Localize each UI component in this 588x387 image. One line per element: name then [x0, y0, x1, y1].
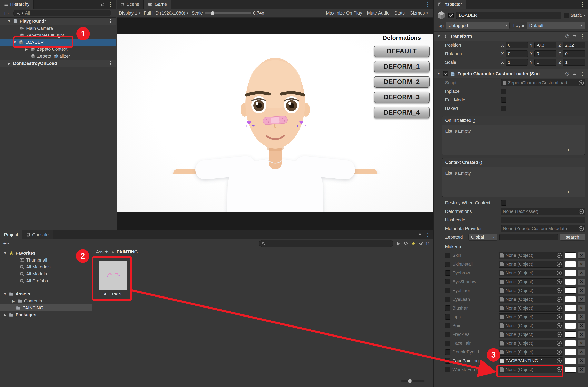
object-picker-icon[interactable]	[579, 80, 584, 85]
deform-button-3[interactable]: DEFORM_3	[374, 91, 430, 103]
search-button[interactable]: search	[560, 234, 585, 241]
position-z-field[interactable]: 2.32	[563, 42, 585, 48]
makeup-object-field[interactable]: None (Object)	[499, 305, 563, 312]
mute-audio-button[interactable]: Mute Audio	[367, 10, 390, 16]
makeup-object-field[interactable]: None (Object)	[499, 296, 563, 303]
object-picker-icon[interactable]	[557, 297, 562, 302]
color-swatch[interactable]	[565, 366, 576, 373]
hierarchy-item-zepeto-default-light[interactable]: ZepetoDefaultLight	[0, 32, 116, 39]
transform-component-header[interactable]: ▼ Transform ⋮	[434, 31, 588, 41]
color-swatch[interactable]	[565, 270, 576, 276]
color-swatch[interactable]	[565, 305, 576, 311]
scale-slider[interactable]	[205, 12, 252, 14]
makeup-object-field[interactable]: None (Object)	[499, 314, 563, 320]
metadata-object-field[interactable]: None (Zepeto Custom Metadata	[501, 225, 585, 232]
deformations-object-field[interactable]: None (Text Asset)	[501, 208, 585, 215]
lock-icon[interactable]	[418, 233, 422, 237]
tab-hierarchy[interactable]: Hierarchy	[0, 0, 34, 9]
hidden-count-toggle[interactable]: 11	[419, 241, 431, 246]
remove-event-button[interactable]: −	[573, 189, 583, 195]
hashcode-field[interactable]	[501, 217, 585, 223]
position-y-field[interactable]: -0.3	[534, 42, 556, 48]
project-search-input[interactable]	[259, 240, 393, 247]
hierarchy-search-input[interactable]: ▾ All	[13, 10, 111, 16]
makeup-checkbox[interactable]	[445, 314, 450, 319]
foldout-open-icon[interactable]: ▼	[13, 41, 17, 44]
makeup-checkbox[interactable]	[445, 253, 450, 258]
makeup-object-field[interactable]: None (Object)	[499, 322, 563, 329]
baked-checkbox[interactable]	[501, 106, 506, 111]
help-icon[interactable]	[565, 34, 569, 38]
favorite-item-all-models[interactable]: All Models	[0, 271, 92, 277]
facepainting-object-field[interactable]: FACEPAINTING_1	[499, 357, 563, 364]
object-picker-icon[interactable]	[579, 226, 584, 231]
object-name-field[interactable]: LOADER	[456, 12, 561, 19]
favorite-item-all-materials[interactable]: All Materials	[0, 264, 92, 271]
packages-root[interactable]: ▶ Packages	[0, 311, 92, 318]
makeup-object-field[interactable]: None (Object)	[499, 331, 563, 338]
create-asset-button[interactable]: +▾	[2, 240, 10, 247]
makeup-checkbox[interactable]	[445, 323, 450, 328]
clear-button[interactable]: ×	[578, 322, 585, 329]
loader-component-header[interactable]: ▼ Zepeto Character Custom Loader (Scri ⋮	[434, 69, 588, 78]
script-object-field[interactable]: ZepetoCharacterCustomLoad	[501, 79, 585, 86]
makeup-object-field[interactable]: None (Object)	[499, 340, 563, 347]
component-enabled-checkbox[interactable]	[443, 71, 448, 76]
search-by-label-icon[interactable]	[404, 242, 408, 246]
object-picker-icon[interactable]	[557, 341, 562, 346]
color-swatch[interactable]	[565, 314, 576, 320]
makeup-object-field[interactable]: None (Object)	[499, 349, 563, 356]
clear-button[interactable]: ×	[578, 261, 585, 268]
object-picker-icon[interactable]	[557, 253, 562, 258]
foldout-closed-icon[interactable]: ▶	[24, 47, 29, 51]
hierarchy-item-main-camera[interactable]: Main Camera	[0, 25, 116, 32]
favorite-item-thumbnail[interactable]: Thumbnail	[0, 257, 92, 264]
object-picker-icon[interactable]	[579, 209, 584, 214]
position-x-field[interactable]: 0	[506, 42, 528, 48]
tab-project[interactable]: Project	[0, 230, 22, 239]
folder-painting[interactable]: PAINTING	[0, 304, 92, 311]
color-swatch[interactable]	[565, 349, 576, 355]
color-swatch[interactable]	[565, 279, 576, 285]
clear-button[interactable]: ×	[578, 358, 585, 364]
object-picker-icon[interactable]	[557, 279, 562, 284]
add-event-button[interactable]: +	[564, 189, 573, 195]
makeup-checkbox[interactable]	[445, 367, 450, 372]
scene-row-dontdestroyonload[interactable]: ▶ DontDestroyOnLoad ⋮	[0, 60, 116, 67]
kebab-menu-icon[interactable]: ⋮	[580, 71, 585, 76]
scene-kebab-icon[interactable]: ⋮	[108, 19, 113, 24]
thumbnail-size-knob[interactable]	[408, 379, 412, 383]
makeup-checkbox[interactable]	[445, 270, 450, 276]
clear-button[interactable]: ×	[578, 287, 585, 294]
kebab-menu-icon[interactable]: ⋮	[580, 34, 585, 39]
clear-button[interactable]: ×	[578, 314, 585, 320]
foldout-open-icon[interactable]: ▼	[3, 251, 7, 255]
makeup-checkbox[interactable]	[445, 332, 450, 337]
makeup-object-field[interactable]: None (Object)	[499, 287, 563, 294]
stats-button[interactable]: Stats	[395, 10, 405, 16]
tab-console[interactable]: Console	[22, 230, 53, 239]
edit-mode-checkbox[interactable]	[501, 97, 506, 103]
scale-slider-knob[interactable]	[211, 11, 214, 15]
clear-button[interactable]: ×	[578, 296, 585, 303]
add-event-button[interactable]: +	[564, 147, 573, 153]
layer-dropdown[interactable]: Default▾	[526, 22, 585, 29]
object-picker-icon[interactable]	[557, 315, 562, 319]
clear-button[interactable]: ×	[578, 270, 585, 276]
zepeto-id-scope-dropdown[interactable]: Global▾	[468, 234, 497, 241]
clear-button[interactable]: ×	[578, 366, 585, 373]
rotation-y-field[interactable]: 0	[534, 50, 556, 57]
foldout-open-icon[interactable]: ▼	[3, 292, 7, 296]
makeup-object-field[interactable]: None (Object)	[499, 261, 563, 268]
color-swatch[interactable]	[565, 331, 576, 338]
foldout-closed-icon[interactable]: ▶	[11, 299, 16, 303]
rotation-x-field[interactable]: 0	[506, 50, 528, 57]
tab-game[interactable]: Game	[144, 0, 171, 9]
tab-inspector[interactable]: Inspector	[434, 0, 466, 9]
hierarchy-item-zepeto-initializer[interactable]: Zepeto Initializer	[0, 53, 116, 60]
gameobject-cube-icon[interactable]	[437, 11, 446, 20]
makeup-checkbox[interactable]	[445, 358, 450, 364]
object-picker-icon[interactable]	[557, 306, 562, 311]
makeup-checkbox[interactable]	[445, 341, 450, 346]
active-checkbox[interactable]	[448, 13, 454, 18]
